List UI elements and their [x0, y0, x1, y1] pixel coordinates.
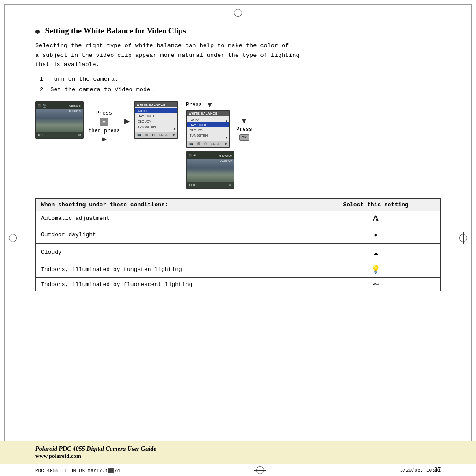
right-row-press: Press ▼: [186, 101, 213, 108]
down-arrow-icon: ▼: [206, 101, 213, 108]
diagram-area: 🎬 📷 640X480 X1.0 ▭ 00:00:09 Press M then…: [35, 101, 441, 189]
menu-item-tungsten[interactable]: TUNGSTEN: [135, 124, 177, 129]
camera-screen-2: 🎬 ✳ 640X480 X1.0 ▭ 00:00:09: [186, 151, 234, 189]
icon-cloud: ☁: [311, 244, 440, 261]
menu-screen-1: WHITE BALANCE AUTO DAY LIGHT CLOUDY TUNG…: [134, 101, 178, 139]
menu-items-1: AUTO DAY LIGHT CLOUDY TUNGSTEN: [135, 107, 177, 130]
camera-bottom-bar-2: X1.0 ▭: [187, 182, 234, 188]
icon-sun: ✦: [311, 226, 440, 244]
camera-top-bar-2: 🎬 ✳ 640X480: [187, 152, 234, 159]
menu-title-1: WHITE BALANCE: [135, 102, 177, 107]
table-row: Cloudy ☁: [36, 244, 441, 261]
conditions-table: When shooting under these conditions: Se…: [35, 198, 441, 291]
icon-bulb: 💡: [311, 261, 440, 278]
condition-tungsten: Indoors, illuminated by tungsten lightin…: [36, 261, 311, 278]
icon-fluoro: ≈→: [311, 278, 440, 291]
condition-daylight: Outdoor daylight: [36, 226, 311, 244]
ok-button[interactable]: OK: [239, 134, 249, 141]
menu-item-cloudy-2[interactable]: CLOUDY: [187, 127, 229, 133]
footer-bottom: PDC 4055 TL UM US Mar17.i⬛7d 3/20/06, 10…: [0, 464, 476, 476]
crosshair-bottom-center: [254, 464, 266, 476]
menu-item-auto-2[interactable]: AUTO: [187, 117, 229, 122]
footer-yellow: Polaroid PDC 4055 Digital Camera User Gu…: [0, 441, 476, 464]
arrow-right-1: [124, 101, 130, 125]
menu-screen-2: WHITE BALANCE AUTO DAY LIGHT CLOUDY TUNG…: [186, 110, 230, 148]
camera-bg: [36, 109, 83, 132]
body-text: Selecting the right type of white balanc…: [35, 41, 441, 70]
press-block-1: Press M then press ▶: [88, 101, 120, 143]
m-button[interactable]: M: [100, 118, 108, 126]
condition-auto: Automatic adjustment: [36, 211, 311, 226]
menu-scroll: ▲ ▼: [173, 110, 176, 131]
page-number: 37: [434, 464, 441, 475]
condition-fluorescent: Indoors, illuminated by fluorescent ligh…: [36, 278, 311, 291]
press-ok-group: ▼ Press OK: [236, 118, 252, 141]
menu-item-auto[interactable]: AUTO: [135, 108, 177, 113]
camera-lcd-group: 🎬 📷 640X480 X1.0 ▭ 00:00:09: [35, 101, 84, 139]
camera-top-bar: 🎬 📷 640X480: [36, 102, 83, 109]
steps: 1. Turn on the camera. 2. Set the camera…: [40, 74, 441, 96]
main-content: Setting the White Balance for Video Clip…: [35, 26, 441, 436]
brand-text: Polaroid PDC 4055 Digital Camera User Gu…: [35, 446, 441, 453]
menu-bottom-1: 📷⊞◐SETUP▶: [135, 132, 177, 138]
right-diagram: Press ▼ WHITE BALANCE AUTO DAY LIGHT CLO…: [186, 101, 252, 189]
col2-header: Select this setting: [311, 199, 440, 211]
condition-cloudy: Cloudy: [36, 244, 311, 261]
page-footer: Polaroid PDC 4055 Digital Camera User Gu…: [0, 441, 476, 476]
menu-scroll-2: ▲ ▼: [225, 119, 228, 140]
footer-left-text: PDC 4055 TL UM US Mar17.i⬛7d: [35, 468, 120, 473]
table-row: Automatic adjustment 𝔸: [36, 211, 441, 226]
menu-item-daylight[interactable]: DAY LIGHT: [135, 113, 177, 119]
camera-screen: 🎬 📷 640X480 X1.0 ▭ 00:00:09: [35, 101, 84, 139]
icon-auto: 𝔸: [311, 211, 440, 226]
menu-title-2: WHITE BALANCE: [187, 111, 229, 116]
camera-bg-2: [187, 159, 234, 182]
camera-bottom-bar: X1.0 ▭: [36, 132, 83, 138]
menu-bottom-2: 📷⊞◐SETUP▶: [187, 141, 229, 147]
menu-item-cloudy[interactable]: CLOUDY: [135, 119, 177, 124]
table-row: Outdoor daylight ✦: [36, 226, 441, 244]
bullet-icon: [35, 30, 40, 34]
table-row: Indoors, illuminated by tungsten lightin…: [36, 261, 441, 278]
url-text: www.polaroid.com: [35, 453, 441, 460]
menu-item-daylight-2[interactable]: DAY LIGHT: [187, 122, 229, 127]
table-row: Indoors, illuminated by fluorescent ligh…: [36, 278, 441, 291]
down-arrow-2-icon: ▼: [241, 118, 248, 125]
menu-items-2: AUTO DAY LIGHT CLOUDY TUNGSTEN: [187, 116, 229, 139]
right-row-menu2: WHITE BALANCE AUTO DAY LIGHT CLOUDY TUNG…: [186, 110, 252, 148]
menu-item-tungsten-2[interactable]: TUNGSTEN: [187, 133, 229, 138]
menu-screen-1-group: WHITE BALANCE AUTO DAY LIGHT CLOUDY TUNG…: [134, 101, 178, 139]
col1-header: When shooting under these conditions:: [36, 199, 311, 211]
triangle-button[interactable]: ▶: [102, 135, 107, 143]
section-title: Setting the White Balance for Video Clip…: [35, 26, 441, 36]
